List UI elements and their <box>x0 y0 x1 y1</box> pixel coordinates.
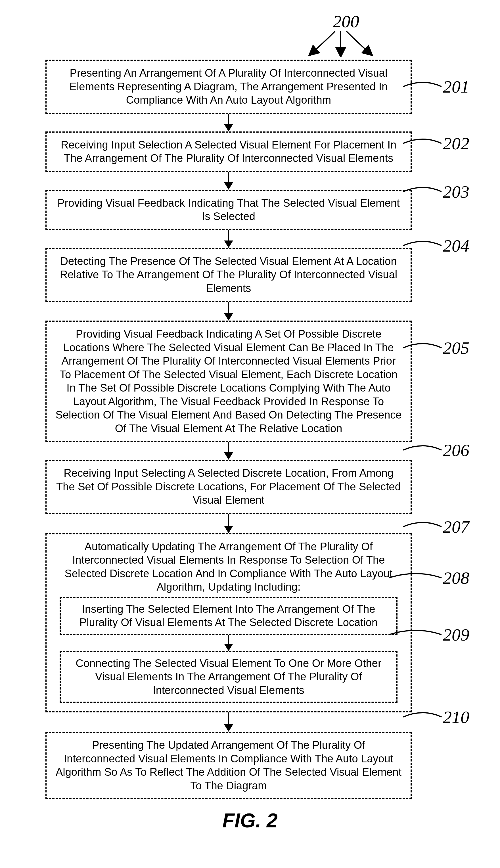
ref-202: 202 <box>443 134 469 153</box>
leader-207 <box>403 518 443 535</box>
leader-209 <box>389 626 443 643</box>
leader-210 <box>403 708 443 726</box>
arrow <box>224 712 233 732</box>
arrow <box>224 172 233 190</box>
step-202-text: Receiving Input Selection A Selected Vis… <box>61 139 396 164</box>
arrow <box>224 442 233 460</box>
step-207-inner: Inserting The Selected Element Into The … <box>55 597 402 703</box>
step-201: Presenting An Arrangement Of A Plurality… <box>45 60 412 114</box>
leader-204 <box>403 237 443 254</box>
step-206: Receiving Input Selecting A Selected Dis… <box>45 460 412 514</box>
leader-205 <box>403 339 443 356</box>
step-205: Providing Visual Feedback Indicating A S… <box>45 321 412 442</box>
ref-201: 201 <box>443 77 469 97</box>
step-205-text: Providing Visual Feedback Indicating A S… <box>56 328 402 434</box>
arrow <box>224 635 233 651</box>
step-209: Connecting The Selected Visual Element T… <box>60 651 398 703</box>
step-206-text: Receiving Input Selecting A Selected Dis… <box>56 467 401 506</box>
arrow <box>224 514 233 533</box>
arrow <box>224 230 233 248</box>
ref-204: 204 <box>443 236 469 256</box>
ref-206: 206 <box>443 440 469 460</box>
ref-203: 203 <box>443 182 469 202</box>
step-203: Providing Visual Feedback Indicating Tha… <box>45 190 412 230</box>
leader-202 <box>403 135 443 152</box>
step-204: Detecting The Presence Of The Selected V… <box>45 248 412 302</box>
step-202: Receiving Input Selection A Selected Vis… <box>45 132 412 172</box>
arrow <box>224 302 233 321</box>
ref-208: 208 <box>443 568 469 588</box>
step-208: Inserting The Selected Element Into The … <box>60 597 398 635</box>
ref-200-fanout <box>301 28 375 57</box>
step-204-text: Detecting The Presence Of The Selected V… <box>60 255 398 294</box>
figure-caption: FIG. 2 <box>0 809 500 832</box>
leader-206 <box>403 442 443 459</box>
flowchart: Presenting An Arrangement Of A Plurality… <box>37 60 420 799</box>
step-208-text: Inserting The Selected Element Into The … <box>80 603 378 629</box>
step-203-text: Providing Visual Feedback Indicating Tha… <box>57 197 399 222</box>
ref-207: 207 <box>443 517 469 537</box>
step-207: Automatically Updating The Arrangement O… <box>45 533 412 713</box>
ref-205: 205 <box>443 338 469 358</box>
step-201-text: Presenting An Arrangement Of A Plurality… <box>70 67 388 106</box>
step-210-text: Presenting The Updated Arrangement Of Th… <box>56 739 401 792</box>
leader-203 <box>403 183 443 200</box>
ref-209: 209 <box>443 625 469 645</box>
ref-210: 210 <box>443 707 469 727</box>
step-209-text: Connecting The Selected Visual Element T… <box>76 657 381 696</box>
figure-page: 200 Presenting An Arrangement Of A Plura… <box>0 0 500 868</box>
arrow <box>224 114 233 132</box>
step-207-text: Automatically Updating The Arrangement O… <box>65 541 393 593</box>
leader-201 <box>403 78 443 95</box>
leader-208 <box>389 569 443 586</box>
step-210: Presenting The Updated Arrangement Of Th… <box>45 732 412 799</box>
